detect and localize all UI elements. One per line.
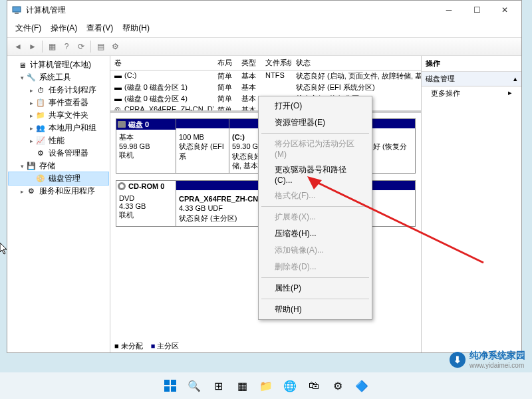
disk-state: 联机 <box>119 150 173 160</box>
actions-header: 操作 <box>422 56 521 72</box>
explorer-icon[interactable]: 📁 <box>255 375 277 396</box>
tree-performance[interactable]: ▸📈性能 <box>9 134 108 147</box>
disk0-label[interactable]: 磁盘 0 基本 59.98 GB 联机 <box>116 119 176 173</box>
tree-task-scheduler[interactable]: ▸⏱任务计划程序 <box>9 84 108 96</box>
taskbar[interactable]: 🔍 ⊞ ▦ 📁 🌐 🛍 ⚙ 🔷 <box>0 372 532 399</box>
cm-change-letter[interactable]: 更改驱动器号和路径(C)... <box>260 162 370 188</box>
col-filesystem[interactable]: 文件系统 <box>261 56 292 70</box>
cm-shrink[interactable]: 压缩卷(H)... <box>260 225 370 242</box>
separator <box>261 133 369 134</box>
context-menu: 打开(O) 资源管理器(E) 将分区标记为活动分区(M) 更改驱动器号和路径(C… <box>258 96 372 320</box>
back-button[interactable]: ◄ <box>11 40 25 53</box>
cursor-icon <box>0 243 8 255</box>
maximize-button[interactable]: ☐ <box>463 1 491 19</box>
tree-label: 系统工具 <box>39 72 71 83</box>
edge-icon[interactable]: 🌐 <box>279 375 301 396</box>
disk-title: CD-ROM 0 <box>128 182 164 190</box>
window-title: 计算机管理 <box>26 5 435 16</box>
tree-label: 任务计划程序 <box>49 84 96 96</box>
view-list-button[interactable]: ▤ <box>94 40 107 53</box>
legend: 未分配 主分区 <box>110 340 421 352</box>
tree-root-label: 计算机管理(本地) <box>30 59 91 70</box>
tree-event-viewer[interactable]: ▸📋事件查看器 <box>9 96 108 109</box>
disk-state: 联机 <box>119 210 173 220</box>
title-bar[interactable]: 计算机管理 ─ ☐ ✕ <box>7 1 521 19</box>
col-status[interactable]: 状态 <box>292 56 421 70</box>
tree-label: 存储 <box>39 160 55 172</box>
vol-name: (磁盘 0 磁盘分区 4) <box>124 94 188 102</box>
vol-name: (磁盘 0 磁盘分区 1) <box>124 83 188 91</box>
app-icon[interactable]: 🔷 <box>351 375 372 396</box>
tree-local-users[interactable]: ▸👥本地用户和组 <box>9 122 108 134</box>
disk-size: 59.98 GB <box>119 142 173 150</box>
tree-device-manager[interactable]: ⚙设备管理器 <box>9 147 108 160</box>
separator <box>90 41 91 53</box>
svg-rect-0 <box>13 7 21 12</box>
chevron-right-icon: ▸ <box>508 88 512 98</box>
menu-view[interactable]: 查看(V) <box>82 21 117 36</box>
minimize-button[interactable]: ─ <box>435 1 463 19</box>
separator <box>261 299 369 299</box>
tree-root[interactable]: 🖥计算机管理(本地) <box>9 59 108 71</box>
volume-row[interactable]: ▬ (磁盘 0 磁盘分区 1)简单基本状态良好 (EFI 系统分区) <box>110 82 421 93</box>
watermark-site: 纯净系统家园 <box>469 350 525 362</box>
start-button[interactable] <box>160 375 181 396</box>
tree-label: 共享文件夹 <box>49 110 88 121</box>
view-settings-button[interactable]: ⚙ <box>108 40 122 53</box>
partition-efi[interactable]: 100 MB状态良好 (EFI 系 <box>176 119 229 173</box>
settings-icon[interactable]: ⚙ <box>327 375 348 396</box>
volume-list-header[interactable]: 卷 布局 类型 文件系统 状态 <box>110 56 421 70</box>
col-volume[interactable]: 卷 <box>110 56 213 70</box>
cm-delete: 删除卷(D)... <box>260 259 370 275</box>
cdrom0-label[interactable]: CD-ROM 0 DVD 4.33 GB 联机 <box>116 181 176 226</box>
tree-system-tools[interactable]: ▾🔧系统工具 <box>9 71 108 84</box>
tree-services[interactable]: ▸⚙服务和应用程序 <box>9 185 108 198</box>
svg-rect-6 <box>164 386 170 392</box>
help-button[interactable]: ? <box>60 40 73 53</box>
cm-open[interactable]: 打开(O) <box>260 98 370 114</box>
menu-file[interactable]: 文件(F) <box>11 21 45 36</box>
cm-help[interactable]: 帮助(H) <box>260 301 370 318</box>
disk-type: DVD <box>119 194 173 202</box>
tree-pane[interactable]: 🖥计算机管理(本地) ▾🔧系统工具 ▸⏱任务计划程序 ▸📋事件查看器 ▸📁共享文… <box>7 56 110 352</box>
tree-storage[interactable]: ▾💾存储 <box>9 160 108 172</box>
search-icon[interactable]: 🔍 <box>184 375 205 396</box>
taskview-icon[interactable]: ⊞ <box>207 375 229 396</box>
cm-properties[interactable]: 属性(P) <box>260 280 370 297</box>
menu-help[interactable]: 帮助(H) <box>118 21 154 36</box>
show-hide-tree-button[interactable]: ▦ <box>45 40 59 53</box>
tree-shared-folders[interactable]: ▸📁共享文件夹 <box>9 109 108 122</box>
actions-section[interactable]: 磁盘管理▴ <box>422 72 521 86</box>
store-icon[interactable]: 🛍 <box>303 375 325 396</box>
separator <box>42 41 43 53</box>
tree-label: 服务和应用程序 <box>39 186 95 197</box>
forward-button[interactable]: ► <box>26 40 39 53</box>
legend-unallocated: 未分配 <box>114 341 143 351</box>
cm-mark-active: 将分区标记为活动分区(M) <box>260 136 370 162</box>
col-layout[interactable]: 布局 <box>213 56 237 70</box>
cm-explorer[interactable]: 资源管理器(E) <box>260 114 370 131</box>
watermark: ⬇ 纯净系统家园 www.yidaimei.com <box>450 350 525 369</box>
tree-label: 性能 <box>49 135 65 146</box>
tree-disk-management[interactable]: 📀磁盘管理 <box>9 172 108 185</box>
tree-label: 设备管理器 <box>49 148 88 159</box>
watermark-url: www.yidaimei.com <box>469 362 525 369</box>
actions-more[interactable]: 更多操作▸ <box>422 86 521 100</box>
col-type[interactable]: 类型 <box>237 56 261 70</box>
collapse-icon: ▴ <box>513 74 517 83</box>
svg-rect-1 <box>15 13 19 14</box>
cm-extend: 扩展卷(X)... <box>260 209 370 225</box>
volume-row[interactable]: ▬ (C:)简单基本NTFS状态良好 (启动, 页面文件, 故障转储, 基本数据… <box>110 70 421 82</box>
vol-name: CPRA_X64FRE_ZH-CN_DV5 (D:) <box>124 105 213 110</box>
menu-action[interactable]: 操作(A) <box>47 21 81 36</box>
svg-rect-5 <box>171 380 176 385</box>
watermark-logo-icon: ⬇ <box>450 352 466 368</box>
legend-primary: 主分区 <box>151 341 180 351</box>
widgets-icon[interactable]: ▦ <box>231 375 253 396</box>
disk-size: 4.33 GB <box>119 202 173 210</box>
close-button[interactable]: ✕ <box>491 1 519 19</box>
refresh-button[interactable]: ⟳ <box>74 40 88 53</box>
actions-pane: 操作 磁盘管理▴ 更多操作▸ <box>422 56 521 352</box>
svg-rect-4 <box>164 380 170 385</box>
disk-type: 基本 <box>119 132 173 142</box>
